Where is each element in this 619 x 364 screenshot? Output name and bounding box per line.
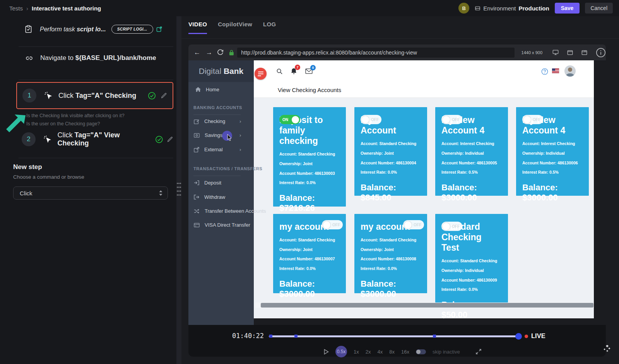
step-label: Click Tag="A" Checking xyxy=(58,92,148,100)
monitor-icon[interactable] xyxy=(552,50,559,55)
live-button[interactable]: LIVE xyxy=(531,332,545,340)
card-balance-value: $3000.00 xyxy=(361,289,421,299)
bank-page-title: View Checking Accounts xyxy=(278,87,341,93)
success-check-icon[interactable] xyxy=(155,135,163,144)
save-button[interactable]: Save xyxy=(555,3,580,14)
card-meta-rate: Interest Rate: 0.0% xyxy=(361,264,421,273)
step-number-badge: 2 xyxy=(22,132,36,146)
timeline-thumb[interactable] xyxy=(515,333,522,340)
sidebar-section-banking-accounts: BANKING ACCOUNTS xyxy=(193,105,242,110)
horizontal-scrollbar[interactable] xyxy=(255,302,594,308)
account-toggle[interactable]: OFF xyxy=(441,222,462,231)
command-select[interactable]: Click xyxy=(13,186,168,200)
external-link-icon xyxy=(194,147,199,152)
card-balance-value: $50.00 xyxy=(441,310,502,320)
card-balance-value: $845.00 xyxy=(361,193,421,203)
sidebar-item-external[interactable]: External xyxy=(194,147,223,152)
browser-forward-button[interactable]: → xyxy=(206,49,212,56)
card-meta-rate: Interest Rate: 0.5% xyxy=(522,167,583,177)
url-bar[interactable]: http://prod.dbank.staging-apps.relicx.ai… xyxy=(237,48,514,58)
clipboard-icon xyxy=(25,25,32,33)
step-2[interactable]: 2 Click Tag="A" View Checking xyxy=(22,131,173,147)
bank-search-icon[interactable] xyxy=(276,68,283,75)
tab-log[interactable]: LOG xyxy=(263,21,276,34)
account-toggle[interactable]: OFF xyxy=(441,115,462,124)
tab-copilotview[interactable]: CopilotView xyxy=(218,21,252,34)
card-meta-rate: Interest Rate: 0.0% xyxy=(279,178,340,188)
browser-back-button[interactable]: ← xyxy=(194,49,200,56)
window-icon[interactable] xyxy=(567,50,573,55)
mail-badge: 0 xyxy=(310,65,316,70)
bank-user-avatar[interactable] xyxy=(564,65,576,77)
speed-option[interactable]: 0.5x xyxy=(335,346,347,357)
breadcrumb-current: Interactive test authoring xyxy=(32,5,101,12)
edit-script-icon[interactable] xyxy=(156,26,162,32)
task-step[interactable]: Perform task script lo... SCRIPT LOGI... xyxy=(25,25,172,34)
timeline-marker[interactable] xyxy=(433,335,436,338)
card-balance-label: Balance: xyxy=(522,183,583,193)
breadcrumb-tests[interactable]: Tests xyxy=(9,5,23,12)
browser-reload-button[interactable] xyxy=(217,49,224,56)
panel-resize-handle[interactable] xyxy=(176,182,181,197)
navigate-step[interactable]: Navigate to ${BASE_URL}/bank/home xyxy=(26,54,173,62)
tab-video[interactable]: VIDEO xyxy=(188,21,207,34)
steps-panel: Perform task script lo... SCRIPT LOGI...… xyxy=(0,16,176,364)
info-button[interactable] xyxy=(596,48,606,58)
script-pill-button[interactable]: SCRIPT LOGI... xyxy=(111,25,153,34)
success-check-icon[interactable] xyxy=(148,92,156,100)
panel-splitter[interactable] xyxy=(176,16,181,364)
timeline-marker[interactable] xyxy=(294,335,298,338)
timeline-marker[interactable] xyxy=(269,335,272,338)
card-meta-number: Account Number: 486130006 xyxy=(522,158,583,168)
card-meta-ownership: Ownership: Joint xyxy=(279,159,340,169)
card-meta-ownership: Ownership: Individual xyxy=(441,149,502,158)
speed-option[interactable]: 4x xyxy=(377,349,383,355)
mouse-pointer-icon xyxy=(227,134,233,141)
bank-help-icon[interactable] xyxy=(541,68,548,75)
divider xyxy=(193,176,241,176)
account-toggle[interactable]: OFF xyxy=(522,115,543,124)
bank-logo[interactable]: Digital Bank xyxy=(188,60,254,82)
skip-inactive-toggle[interactable] xyxy=(416,349,426,354)
account-toggle[interactable]: OFF xyxy=(403,220,424,229)
speed-option[interactable]: 8x xyxy=(389,349,395,355)
environment-selector[interactable]: Environment Production xyxy=(475,5,549,12)
edit-pencil-icon[interactable] xyxy=(167,136,173,143)
task-step-label: Perform task script lo... xyxy=(40,26,106,33)
step-1[interactable]: 1 Click Tag="A" Checking xyxy=(16,82,173,109)
sidebar-item-transfer[interactable]: Transfer Between Accounts xyxy=(194,208,266,214)
scrollbar-thumb[interactable] xyxy=(261,303,593,308)
video-timeline[interactable] xyxy=(269,335,522,337)
account-toggle[interactable]: OFF xyxy=(322,220,343,229)
sidebar-item-deposit[interactable]: Deposit xyxy=(194,180,221,186)
annotation-arrow-icon xyxy=(6,114,26,133)
chevron-right-icon: › xyxy=(239,147,241,152)
hamburger-menu-button[interactable] xyxy=(255,68,267,80)
play-button[interactable] xyxy=(324,349,329,355)
card-meta-number: Account Number: 486130003 xyxy=(279,169,340,178)
select-chevrons-icon xyxy=(159,190,163,196)
sidebar-item-home[interactable]: Home xyxy=(195,87,219,92)
edit-pencil-icon[interactable] xyxy=(161,92,167,99)
playback-controls: 0.5x 1x 2x 4x 8x 16x skip inactive xyxy=(324,346,481,357)
chevron-right-icon: › xyxy=(239,132,241,138)
speed-option[interactable]: 2x xyxy=(366,349,371,355)
sparkle-icon xyxy=(604,345,610,352)
card-balance-label: Balance: xyxy=(279,193,340,203)
card-meta-ownership: Ownership: Joint xyxy=(361,149,421,158)
sidebar-item-withdraw[interactable]: Withdraw xyxy=(194,194,225,200)
cancel-button[interactable]: Cancel xyxy=(585,3,613,14)
account-toggle[interactable]: ON xyxy=(279,115,300,124)
sidebar-item-checking[interactable]: Checking xyxy=(194,118,225,124)
sidebar-item-visa[interactable]: VISA Direct Transfer xyxy=(194,222,250,228)
user-avatar[interactable]: B xyxy=(458,3,469,14)
language-flag[interactable] xyxy=(552,68,559,73)
sidebar-item-savings[interactable]: Savings xyxy=(194,132,222,138)
expand-icon[interactable] xyxy=(476,349,481,354)
speed-option[interactable]: 16x xyxy=(401,349,409,355)
account-toggle[interactable]: OFF xyxy=(361,115,381,124)
window-icon-2[interactable] xyxy=(581,50,587,55)
card-meta-ownership: Ownership: Individual xyxy=(441,266,502,275)
speed-option[interactable]: 1x xyxy=(354,349,359,355)
sidebar-section-transactions: TRANSACTIONS / TRANSFERS xyxy=(193,166,262,171)
